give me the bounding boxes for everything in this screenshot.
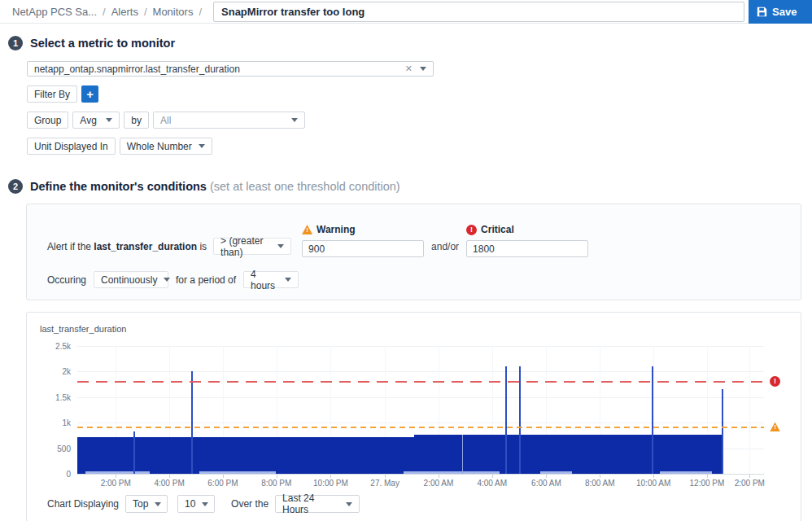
warning-label: Warning xyxy=(317,224,356,235)
clear-icon[interactable]: ✕ xyxy=(405,63,413,74)
conditions-card: Alert if the last_transfer_duration is >… xyxy=(26,204,801,300)
series-area xyxy=(414,435,724,474)
chevron-down-icon xyxy=(199,144,205,148)
breadcrumb-separator: / xyxy=(144,6,147,18)
count-value: 10 xyxy=(185,498,195,510)
warning-threshold-input[interactable] xyxy=(302,240,424,257)
y-tick-label: 1k xyxy=(62,418,71,427)
occurring-value: Continuously xyxy=(101,274,157,286)
chevron-down-icon xyxy=(285,278,291,282)
chart-title: last_transfer_duration xyxy=(40,322,788,335)
series-spike xyxy=(133,431,135,474)
condition-left: Alert if the last_transfer_duration is >… xyxy=(47,238,291,255)
occurring-row: Occuring Continuously for a period of 4 … xyxy=(47,271,780,288)
y-tick-label: 500 xyxy=(57,444,71,453)
condition-prefix: Alert if the xyxy=(47,241,94,252)
chart-plot xyxy=(77,346,764,475)
over-the-label: Over the xyxy=(231,498,268,510)
x-tick-label: 8:00 PM xyxy=(261,479,291,488)
time-range-select[interactable]: Last 24 Hours xyxy=(275,495,360,513)
critical-threshold-icon xyxy=(770,376,780,387)
x-tick-label: 6:00 AM xyxy=(531,479,561,488)
group-aggregation-select[interactable]: Avg xyxy=(72,112,120,129)
group-aggregation-value: Avg xyxy=(80,115,96,126)
chart-displaying-label: Chart Displaying xyxy=(47,498,119,510)
critical-label: Critical xyxy=(481,224,514,235)
step1-title: Select a metric to monitor xyxy=(30,37,175,50)
threshold-condition-row: Alert if the last_transfer_duration is >… xyxy=(47,224,780,257)
critical-threshold-line xyxy=(77,381,764,383)
step2-subtitle: (set at least one threshold condition) xyxy=(210,180,400,193)
warning-threshold-column: Warning xyxy=(302,224,424,257)
unit-displayed-label: Unit Displayed In xyxy=(27,138,116,155)
operator-value: > (greater than) xyxy=(220,235,271,258)
save-icon xyxy=(757,7,767,17)
top-select[interactable]: Top xyxy=(125,495,168,513)
top-value: Top xyxy=(133,498,148,510)
y-tick-label: 2k xyxy=(62,367,71,376)
x-tick-label: 8:00 AM xyxy=(585,479,615,488)
time-range-value: Last 24 Hours xyxy=(282,493,339,515)
step1-header: 1 Select a metric to monitor xyxy=(0,36,812,50)
monitor-name-input[interactable] xyxy=(213,2,744,22)
period-label: for a period of xyxy=(176,274,236,286)
save-button-label: Save xyxy=(772,6,797,18)
metric-select[interactable]: netapp_ontap.snapmirror.last_transfer_du… xyxy=(27,61,434,77)
x-tick-label: 4:00 AM xyxy=(477,479,507,488)
breadcrumb-root[interactable]: NetApp PCS Sa... xyxy=(12,6,97,18)
step2-number-badge: 2 xyxy=(8,179,23,194)
y-tick-label: 1.5k xyxy=(55,392,71,401)
operator-select[interactable]: > (greater than) xyxy=(213,238,291,255)
filter-by-label: Filter By xyxy=(27,85,77,103)
condition-metric: last_transfer_duration xyxy=(94,241,197,252)
unit-row: Unit Displayed In Whole Number xyxy=(27,138,812,155)
breadcrumb-monitors[interactable]: Monitors xyxy=(153,6,194,18)
step1-controls: netapp_ontap.snapmirror.last_transfer_du… xyxy=(0,61,812,155)
chart-card: last_transfer_duration 05001k1.5k2k2.5k … xyxy=(26,312,801,521)
y-tick-label: 2.5k xyxy=(55,342,71,351)
x-tick-label: 4:00 PM xyxy=(154,479,184,488)
andor-label: and/or xyxy=(431,241,459,252)
x-axis-labels: 2:00 PM4:00 PM6:00 PM8:00 PM10:00 PM27. … xyxy=(77,475,764,488)
chevron-down-icon xyxy=(291,118,298,122)
x-tick-label: 2:00 PM xyxy=(101,479,131,488)
period-value: 4 hours xyxy=(251,269,278,291)
threshold-icon-rail xyxy=(764,346,788,475)
x-tick-label: 6:00 PM xyxy=(207,479,238,488)
breadcrumb-separator: / xyxy=(199,6,202,18)
group-by-value: All xyxy=(160,115,171,126)
filter-by-row: Filter By + xyxy=(27,85,812,103)
x-tick-label: 12:00 PM xyxy=(690,479,725,488)
series-spike xyxy=(722,389,723,474)
occurring-select[interactable]: Continuously xyxy=(94,271,168,288)
metric-select-value: netapp_ontap.snapmirror.last_transfer_du… xyxy=(34,63,405,75)
breadcrumb-alerts[interactable]: Alerts xyxy=(111,6,138,18)
y-axis-labels: 05001k1.5k2k2.5k xyxy=(40,346,77,475)
step2-title: Define the monitor's conditions(set at l… xyxy=(30,180,400,193)
critical-threshold-column: Critical xyxy=(466,224,588,257)
chevron-down-icon xyxy=(106,118,112,122)
header-bar: NetApp PCS Sa... / Alerts / Monitors / S… xyxy=(0,0,812,24)
x-tick-label: 10:00 PM xyxy=(313,479,348,488)
x-tick-label: 2:00 AM xyxy=(424,479,454,488)
critical-threshold-input[interactable] xyxy=(466,240,588,257)
chevron-down-icon xyxy=(164,278,170,282)
unit-select[interactable]: Whole Number xyxy=(120,138,212,155)
series-area xyxy=(77,437,414,474)
group-by-select[interactable]: All xyxy=(153,112,305,129)
count-select[interactable]: 10 xyxy=(177,495,215,513)
period-select[interactable]: 4 hours xyxy=(243,271,299,288)
chart-footer: Chart Displaying Top 10 Over the Last 24… xyxy=(47,495,788,513)
step1-number-badge: 1 xyxy=(8,36,23,50)
step2-title-text: Define the monitor's conditions xyxy=(30,180,207,193)
save-button[interactable]: Save xyxy=(749,0,812,24)
group-by-label: by xyxy=(124,112,149,129)
breadcrumb-separator: / xyxy=(103,6,106,18)
critical-label-row: Critical xyxy=(466,224,588,235)
group-label: Group xyxy=(27,112,68,129)
chevron-down-icon xyxy=(346,502,352,506)
chevron-down-icon xyxy=(202,502,208,506)
condition-sentence: Alert if the last_transfer_duration is xyxy=(47,241,207,252)
add-filter-button[interactable]: + xyxy=(81,85,98,103)
chevron-down-icon xyxy=(155,502,161,506)
